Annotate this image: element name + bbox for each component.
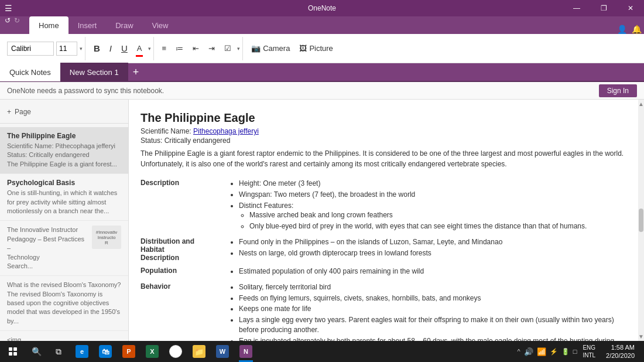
language-indicator: ENG INTL xyxy=(580,344,598,359)
section-content: Solitary, fiercely territorial bird Feed… xyxy=(228,280,626,341)
font-color-button[interactable]: A xyxy=(133,39,146,58)
taskbar-word[interactable]: W xyxy=(211,341,234,362)
note-image-url[interactable]: <img src="https://sb.scorecardresearch.c… xyxy=(0,331,128,341)
hamburger-icon[interactable]: ☰ xyxy=(5,4,12,13)
camera-button[interactable]: 📷 Camera xyxy=(248,39,293,58)
bold-button[interactable]: B xyxy=(90,39,104,58)
italic-button[interactable]: I xyxy=(106,39,115,58)
network-icon[interactable]: 📶 xyxy=(537,347,546,356)
font-name-input[interactable] xyxy=(7,42,54,56)
intro-paragraph: The Philippine Eagle is a giant forest r… xyxy=(141,148,626,169)
font-size-input[interactable] xyxy=(56,42,77,56)
list-section: ≡ ≔ ⇤ ⇥ ☑ ▾ xyxy=(156,37,244,60)
taskbar-right: ^ 🔊 📶 ⚡ 🔋 □ ENG INTL 1:58 AM 2/20/2020 xyxy=(518,343,644,360)
info-table: Description Height: One meter (3 feet) W… xyxy=(141,176,626,341)
scroll-up-arrow[interactable]: ▲ xyxy=(638,101,644,107)
section-content: Estimated population of only 400 pairs r… xyxy=(228,264,626,280)
tab-view[interactable]: View xyxy=(143,16,178,34)
font-color-dropdown[interactable]: ▾ xyxy=(148,46,151,52)
ppt-icon: P xyxy=(122,345,135,358)
note-preview: <img src="https://sb.scorecardresearch.c… xyxy=(7,336,121,341)
numbered-list-button[interactable]: ≔ xyxy=(172,39,187,58)
redo-button[interactable]: ↻ xyxy=(14,16,20,25)
note-img-row: The Innovative InstructorPedagogy – Best… xyxy=(7,226,121,271)
start-button[interactable] xyxy=(0,341,26,362)
taskbar-ie[interactable]: e xyxy=(70,341,94,362)
note-innovative-instructor[interactable]: The Innovative InstructorPedagogy – Best… xyxy=(0,221,128,276)
word-icon: W xyxy=(216,345,229,358)
scientific-name-row: Scientific Name: Pithecophaga jefferyi xyxy=(141,127,626,135)
titlebar-left: ☰ xyxy=(5,4,12,13)
indent-increase-button[interactable]: ⇥ xyxy=(205,39,218,58)
taskbar-ppt[interactable]: P xyxy=(117,341,141,362)
sign-in-button[interactable]: Sign In xyxy=(599,84,637,97)
titlebar-controls: — ❐ ✕ xyxy=(563,0,644,16)
ribbon-tabs: ↺ ↻ Home Insert Draw View 👤 🔔 xyxy=(0,16,644,34)
scrollbar[interactable]: ▲ ▼ xyxy=(638,100,644,341)
windows-icon xyxy=(9,347,17,356)
action-center-icon[interactable]: □ xyxy=(573,348,577,355)
notifications-icon[interactable]: 🔔 xyxy=(632,25,642,34)
note-blooms-taxonomy[interactable]: What is the revised Bloom's Taxonomy?The… xyxy=(0,276,128,331)
scroll-down-arrow[interactable]: ▼ xyxy=(638,333,644,340)
close-button[interactable]: ✕ xyxy=(617,0,644,16)
section-heading: Population xyxy=(141,264,228,280)
note-title: The Philippine Eagle xyxy=(7,132,121,140)
section-heading: Distribution andHabitatDescription xyxy=(141,235,228,264)
section-content: Height: One meter (3 feet) Wingspan: Two… xyxy=(228,176,626,235)
page-title: The Philippine Eagle xyxy=(141,111,626,125)
explorer-icon: 📁 xyxy=(193,345,205,358)
account-icon[interactable]: 👤 xyxy=(617,25,627,34)
tab-draw[interactable]: Draw xyxy=(106,16,142,34)
onenote-icon: N xyxy=(239,345,252,358)
ribbon-toolbar: ▾ B I U A ▾ ≡ ≔ ⇤ ⇥ ☑ ▾ 📷 Camera 🖼 Pictu… xyxy=(0,34,644,63)
note-psychological-basis[interactable]: Psychological Basis One is still-hunting… xyxy=(0,174,128,221)
taskbar-excel[interactable]: X xyxy=(141,341,164,362)
titlebar: ☰ OneNote — ❐ ✕ xyxy=(0,0,644,16)
tab-insert[interactable]: Insert xyxy=(68,16,107,34)
tab-quick-notes[interactable]: Quick Notes xyxy=(0,63,60,81)
sci-name-link[interactable]: Pithecophaga jefferyi xyxy=(193,127,259,135)
bullet-list-button[interactable]: ≡ xyxy=(159,39,170,58)
undo-button[interactable]: ↺ xyxy=(5,16,11,25)
format-section: B I U A ▾ xyxy=(88,37,154,60)
volume-icon[interactable]: 🔊 xyxy=(524,347,533,356)
maximize-button[interactable]: ❐ xyxy=(590,0,617,16)
content-area[interactable]: The Philippine Eagle Scientific Name: Pi… xyxy=(129,100,644,341)
taskbar-chrome[interactable]: ⊕ xyxy=(164,341,187,362)
camera-icon: 📷 xyxy=(251,44,261,53)
section-heading: Description xyxy=(141,176,228,235)
add-page-button[interactable]: + Page xyxy=(0,104,128,119)
note-preview: One is still-hunting, in which it watche… xyxy=(7,189,121,216)
list-dropdown[interactable]: ▾ xyxy=(237,46,240,52)
app-title: OneNote xyxy=(308,4,336,12)
note-philippine-eagle[interactable]: The Philippine Eagle Scientific Name: Pi… xyxy=(0,127,128,174)
picture-button[interactable]: 🖼 Picture xyxy=(296,39,336,58)
chrome-icon: ⊕ xyxy=(169,345,182,358)
taskbar-onenote[interactable]: N xyxy=(234,341,258,362)
ie-icon: e xyxy=(76,345,88,358)
sidebar-divider xyxy=(0,123,128,124)
minimize-button[interactable]: — xyxy=(563,0,590,16)
font-size-dropdown[interactable]: ▾ xyxy=(80,46,83,52)
add-section-button[interactable]: + xyxy=(128,66,144,78)
store-icon: 🛍 xyxy=(99,345,112,358)
table-row: Description Height: One meter (3 feet) W… xyxy=(141,176,626,235)
task-view-button[interactable]: ⧉ xyxy=(47,341,70,362)
tab-new-section[interactable]: New Section 1 xyxy=(60,63,128,81)
indent-decrease-button[interactable]: ⇤ xyxy=(189,39,203,58)
clock[interactable]: 1:58 AM 2/20/2020 xyxy=(601,343,639,360)
note-preview: What is the revised Bloom's Taxonomy?The… xyxy=(7,281,121,326)
status-line: Status: Critically endangered xyxy=(141,136,626,145)
table-row: Population Estimated population of only … xyxy=(141,264,626,280)
taskbar-explorer[interactable]: 📁 xyxy=(187,341,211,362)
page-tabs: Quick Notes New Section 1 + xyxy=(0,63,644,82)
checkbox-button[interactable]: ☑ xyxy=(221,39,235,58)
tab-home[interactable]: Home xyxy=(29,16,68,34)
notify-bar: OneNote needs a password to sync this no… xyxy=(0,82,644,100)
scroll-thumb xyxy=(639,209,643,232)
taskbar-store[interactable]: 🛍 xyxy=(94,341,117,362)
system-tray-caret[interactable]: ^ xyxy=(518,348,520,355)
search-button[interactable]: 🔍 xyxy=(26,341,47,362)
underline-button[interactable]: U xyxy=(118,39,131,58)
